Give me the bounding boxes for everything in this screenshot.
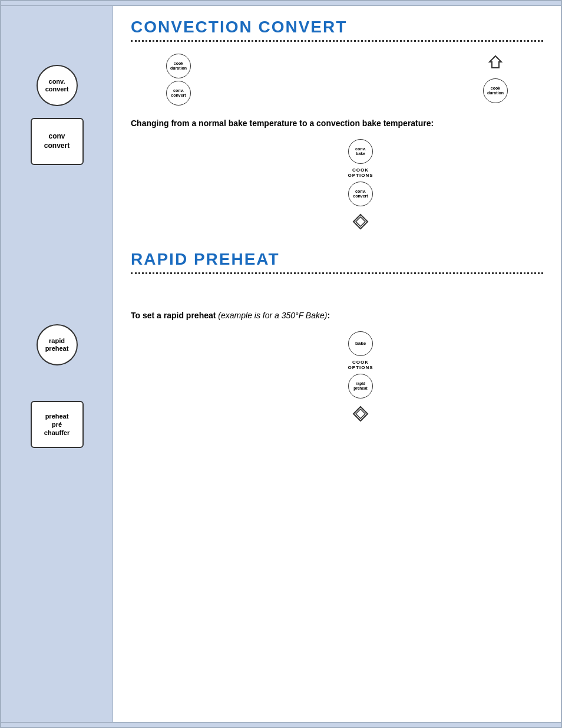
bottom-bar — [1, 722, 561, 727]
cook-options-label-conv: COOKOPTIONS — [348, 167, 373, 178]
bake-btn[interactable]: bake — [348, 331, 373, 356]
sidebar: conv. convert conv convert rapid preheat — [1, 6, 113, 722]
main-content: CONVECTION CONVERT cookduration conv.con… — [113, 6, 561, 722]
cook-options-label-rapid: COOKOPTIONS — [348, 360, 373, 370]
diamond-icon-rapid — [352, 406, 369, 424]
cook-duration-btn-2[interactable]: cookduration — [483, 78, 508, 103]
rapid-preheat-divider — [131, 272, 543, 274]
rapid-preheat-step-sequence: bake COOKOPTIONS rapidpreheat — [178, 331, 543, 424]
svg-marker-0 — [490, 56, 501, 68]
conv-convert-step: conv.convert — [348, 182, 373, 206]
diamond-icon-conv — [352, 213, 369, 232]
sidebar-preheat-square-label: preheat pré chauffer — [44, 412, 70, 437]
convection-convert-title: CONVECTION CONVERT — [131, 18, 543, 37]
rapid-preheat-instruction: To set a rapid preheat (example is for a… — [131, 309, 543, 322]
sidebar-preheat-square-btn[interactable]: preheat pré chauffer — [31, 401, 84, 448]
rapid-preheat-small-btn[interactable]: rapidpreheat — [348, 374, 373, 398]
cook-duration-btn-1[interactable]: cookduration — [166, 54, 191, 78]
down-arrow-icon — [487, 54, 504, 73]
rapid-preheat-btn-step: rapidpreheat — [348, 374, 373, 398]
page-wrapper: conv. convert conv convert rapid preheat — [0, 0, 562, 728]
sidebar-conv-convert-round-btn[interactable]: conv. convert — [37, 65, 78, 106]
rapid-preheat-title: RAPID PREHEAT — [131, 250, 543, 269]
top-bar — [1, 1, 561, 6]
sidebar-rapid-preheat-round-btn[interactable]: rapid preheat — [37, 324, 78, 365]
convection-step-sequence: conv.bake COOKOPTIONS conv.convert — [178, 139, 543, 232]
conv-bake-step: conv.bake — [348, 139, 373, 164]
conv-convert-small-btn-1[interactable]: conv.convert — [166, 81, 191, 106]
sidebar-rapid-preheat-round-label: rapid preheat — [45, 337, 69, 353]
conv-bake-btn[interactable]: conv.bake — [348, 139, 373, 164]
sidebar-conv-convert-square-btn[interactable]: conv convert — [31, 118, 84, 165]
content-area: conv. convert conv convert rapid preheat — [1, 6, 561, 722]
sidebar-conv-convert-square-label: conv convert — [44, 132, 70, 150]
bake-step: bake — [348, 331, 373, 356]
convection-instruction: Changing from a normal bake temperature … — [131, 117, 543, 130]
conv-convert-btn-step[interactable]: conv.convert — [348, 182, 373, 206]
convection-divider — [131, 40, 543, 42]
sidebar-conv-convert-round-label: conv. convert — [45, 78, 69, 93]
